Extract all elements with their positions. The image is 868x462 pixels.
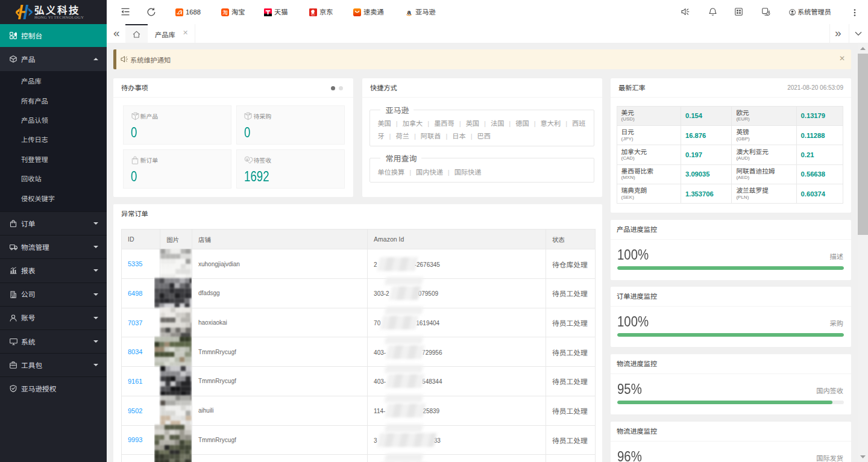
svg-text:a: a	[407, 8, 411, 16]
svg-text:京东: 京东	[311, 14, 315, 16]
svg-text:淘: 淘	[222, 8, 228, 16]
